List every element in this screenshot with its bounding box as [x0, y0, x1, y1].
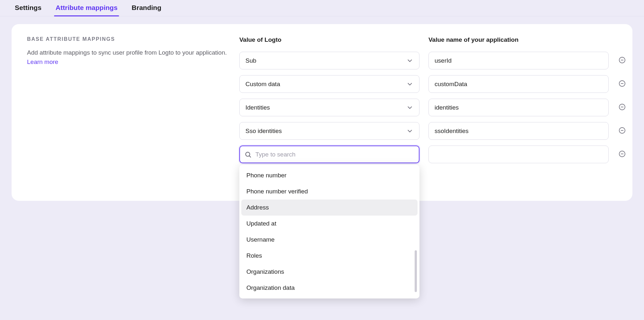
dropdown-item[interactable]: Organization data: [241, 280, 418, 296]
remove-icon: [618, 56, 626, 65]
tab-attribute-mappings[interactable]: Attribute mappings: [56, 0, 118, 16]
remove-row-button[interactable]: [618, 56, 627, 65]
app-value-input[interactable]: [428, 52, 609, 69]
mappings-card: BASE ATTRIBUTE MAPPINGS Add attribute ma…: [12, 24, 632, 201]
chevron-down-icon: [406, 57, 413, 64]
chevron-down-icon: [406, 128, 413, 135]
column-header-spacer: [618, 41, 633, 41]
chevron-down-icon: [406, 81, 413, 88]
tab-label: Settings: [15, 4, 41, 11]
remove-row-button[interactable]: [618, 127, 627, 136]
logto-value-search[interactable]: [239, 146, 419, 163]
app-value-input[interactable]: [428, 122, 609, 140]
tab-settings[interactable]: Settings: [15, 0, 41, 16]
select-value: Sso identities: [245, 128, 282, 135]
tabs-bar: Settings Attribute mappings Branding: [0, 0, 644, 16]
select-value: Sub: [245, 57, 256, 64]
tab-label: Branding: [132, 4, 161, 11]
column-header-logto: Value of Logto: [239, 36, 419, 43]
app-value-input[interactable]: [428, 146, 609, 163]
section-description: Add attribute mappings to sync user prof…: [27, 48, 232, 67]
tab-branding[interactable]: Branding: [132, 0, 161, 16]
search-input[interactable]: [255, 151, 414, 158]
dropdown-menu: Phone numberPhone number verifiedAddress…: [239, 165, 419, 298]
logto-value-select[interactable]: Sub: [239, 52, 419, 69]
chevron-down-icon: [406, 104, 413, 111]
remove-icon: [618, 80, 626, 89]
remove-row-button[interactable]: [618, 150, 627, 159]
app-value-input[interactable]: [428, 99, 609, 116]
select-value: Identities: [245, 104, 270, 111]
dropdown-item[interactable]: Roles: [241, 248, 418, 264]
logto-value-select[interactable]: Identities: [239, 99, 419, 116]
mapping-grid: Value of Logto Value name of your applic…: [239, 36, 633, 163]
svg-line-9: [249, 156, 251, 157]
remove-icon: [618, 103, 626, 112]
remove-icon: [618, 150, 626, 159]
search-icon: [244, 151, 252, 158]
remove-row-button[interactable]: [618, 103, 627, 112]
app-value-input[interactable]: [428, 75, 609, 93]
dropdown-item[interactable]: Phone number: [241, 167, 418, 183]
select-value: Custom data: [245, 81, 280, 88]
dropdown-item[interactable]: Address: [241, 200, 418, 216]
section-desc-text: Add attribute mappings to sync user prof…: [27, 49, 227, 56]
scrollbar-thumb[interactable]: [415, 250, 417, 292]
dropdown-item[interactable]: Updated at: [241, 216, 418, 232]
learn-more-link[interactable]: Learn more: [27, 58, 58, 65]
section-title: BASE ATTRIBUTE MAPPINGS: [27, 36, 232, 42]
logto-value-select[interactable]: Custom data: [239, 75, 419, 93]
tab-label: Attribute mappings: [56, 4, 118, 11]
remove-icon: [618, 127, 626, 136]
dropdown-item[interactable]: Username: [241, 232, 418, 248]
dropdown-item[interactable]: Organizations: [241, 264, 418, 280]
logto-value-select[interactable]: Sso identities: [239, 122, 419, 140]
column-header-app: Value name of your application: [428, 36, 609, 43]
remove-row-button[interactable]: [618, 80, 627, 89]
dropdown-item[interactable]: Phone number verified: [241, 183, 418, 200]
